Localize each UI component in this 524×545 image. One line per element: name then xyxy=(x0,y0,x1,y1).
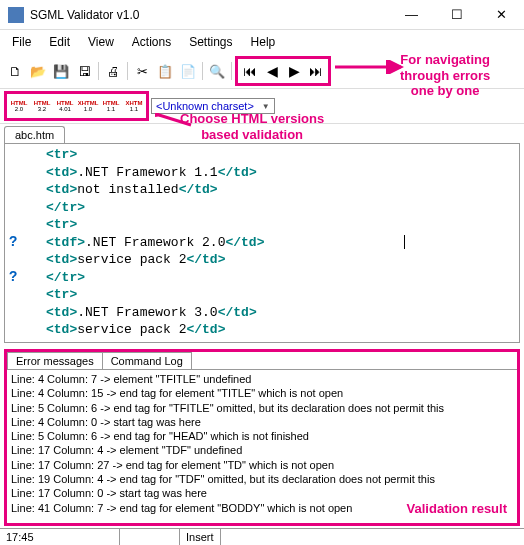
menu-view[interactable]: View xyxy=(80,32,122,52)
code-line: <td>.NET Framework 1.1</td> xyxy=(7,164,517,182)
menu-edit[interactable]: Edit xyxy=(41,32,78,52)
code-line: </tr> xyxy=(7,269,517,287)
code-line: <tr> xyxy=(7,286,517,304)
cut-icon[interactable]: ✂ xyxy=(131,60,153,82)
version-html-1.1[interactable]: HTML1.1 xyxy=(100,95,122,117)
error-line[interactable]: Line: 17 Column: 4 -> element "TDF" unde… xyxy=(11,443,513,457)
minimize-button[interactable]: — xyxy=(389,0,434,29)
statusbar: 17:45 Insert xyxy=(0,528,524,545)
first-error-icon[interactable]: ⏮ xyxy=(239,60,261,82)
error-line[interactable]: Line: 4 Column: 0 -> start tag was here xyxy=(11,415,513,429)
charset-select[interactable]: <Unknown charset> xyxy=(151,98,275,114)
code-editor[interactable]: <tr> <td>.NET Framework 1.1</td> <td>not… xyxy=(4,143,520,343)
code-line: </tr> xyxy=(7,339,517,343)
results-panel: Error messagesCommand Log Line: 4 Column… xyxy=(4,349,520,526)
copy-icon[interactable]: 📋 xyxy=(154,60,176,82)
save-icon[interactable]: 💾 xyxy=(50,60,72,82)
result-tab-error-messages[interactable]: Error messages xyxy=(7,352,103,369)
error-line[interactable]: Line: 41 Column: 7 -> end tag for elemen… xyxy=(11,501,513,515)
code-line: <td>.NET Framework 3.0</td> xyxy=(7,304,517,322)
version-html-2.0[interactable]: HTML2.0 xyxy=(8,95,30,117)
version-xhtml-1.0[interactable]: XHTML1.0 xyxy=(77,95,99,117)
code-line: <td>service pack 2</td> xyxy=(7,251,517,269)
open-file-icon[interactable]: 📂 xyxy=(27,60,49,82)
code-line: <td>service pack 2</td> xyxy=(7,321,517,339)
error-line[interactable]: Line: 4 Column: 15 -> end tag for elemen… xyxy=(11,386,513,400)
result-tabs: Error messagesCommand Log xyxy=(7,352,517,370)
error-line[interactable]: Line: 17 Column: 0 -> start tag was here xyxy=(11,486,513,500)
error-list[interactable]: Line: 4 Column: 7 -> element "TFITLE" un… xyxy=(7,370,517,523)
error-line[interactable]: Line: 19 Column: 4 -> end tag for "TDF" … xyxy=(11,472,513,486)
prev-error-icon[interactable]: ◀ xyxy=(261,60,283,82)
app-icon xyxy=(8,7,24,23)
status-spacer xyxy=(120,529,180,545)
next-error-icon[interactable]: ▶ xyxy=(283,60,305,82)
error-line[interactable]: Line: 5 Column: 6 -> end tag for "HEAD" … xyxy=(11,429,513,443)
code-line: <tdf>.NET Framework 2.0</td> xyxy=(7,234,517,252)
svg-line-1 xyxy=(159,115,191,125)
error-line[interactable]: Line: 4 Column: 7 -> element "TFITLE" un… xyxy=(11,372,513,386)
menu-actions[interactable]: Actions xyxy=(124,32,179,52)
new-file-icon[interactable]: 🗋 xyxy=(4,60,26,82)
error-nav-group: ⏮ ◀ ▶ ⏭ xyxy=(235,56,331,86)
save-all-icon[interactable]: 🖫 xyxy=(73,60,95,82)
print-icon[interactable]: 🖨 xyxy=(102,60,124,82)
gutter-marker[interactable]: ? xyxy=(9,234,17,250)
html-version-group: HTML2.0HTML3.2HTML4.01XHTML1.0HTML1.1XHT… xyxy=(4,91,149,121)
result-tab-command-log[interactable]: Command Log xyxy=(102,352,192,369)
maximize-button[interactable]: ☐ xyxy=(434,0,479,29)
code-line: </tr> xyxy=(7,199,517,217)
toolbar: 🗋 📂 💾 🖫 🖨 ✂ 📋 📄 🔍 ⏮ ◀ ▶ ⏭ For navigating… xyxy=(0,54,524,89)
version-xhtm-1.1[interactable]: XHTM1.1 xyxy=(123,95,145,117)
error-line[interactable]: Line: 17 Column: 27 -> end tag for eleme… xyxy=(11,458,513,472)
version-html-4.01[interactable]: HTML4.01 xyxy=(54,95,76,117)
menu-help[interactable]: Help xyxy=(243,32,284,52)
find-icon[interactable]: 🔍 xyxy=(206,60,228,82)
menubar: FileEditViewActionsSettingsHelp xyxy=(0,30,524,54)
toolbar-versions: HTML2.0HTML3.2HTML4.01XHTML1.0HTML1.1XHT… xyxy=(0,89,524,124)
status-time: 17:45 xyxy=(0,529,120,545)
menu-file[interactable]: File xyxy=(4,32,39,52)
code-line: <tr> xyxy=(7,146,517,164)
error-line[interactable]: Line: 5 Column: 6 -> end tag for "TFITLE… xyxy=(11,401,513,415)
titlebar: SGML Validator v1.0 — ☐ ✕ xyxy=(0,0,524,30)
file-tab[interactable]: abc.htm xyxy=(4,126,65,143)
gutter-marker[interactable]: ? xyxy=(9,269,17,285)
code-line: <tr> xyxy=(7,216,517,234)
paste-icon[interactable]: 📄 xyxy=(177,60,199,82)
menu-settings[interactable]: Settings xyxy=(181,32,240,52)
file-tabs: abc.htm xyxy=(0,124,524,143)
close-button[interactable]: ✕ xyxy=(479,0,524,29)
version-html-3.2[interactable]: HTML3.2 xyxy=(31,95,53,117)
code-line: <td>not installed</td> xyxy=(7,181,517,199)
window-title: SGML Validator v1.0 xyxy=(30,8,389,22)
last-error-icon[interactable]: ⏭ xyxy=(305,60,327,82)
status-mode: Insert xyxy=(180,529,221,545)
